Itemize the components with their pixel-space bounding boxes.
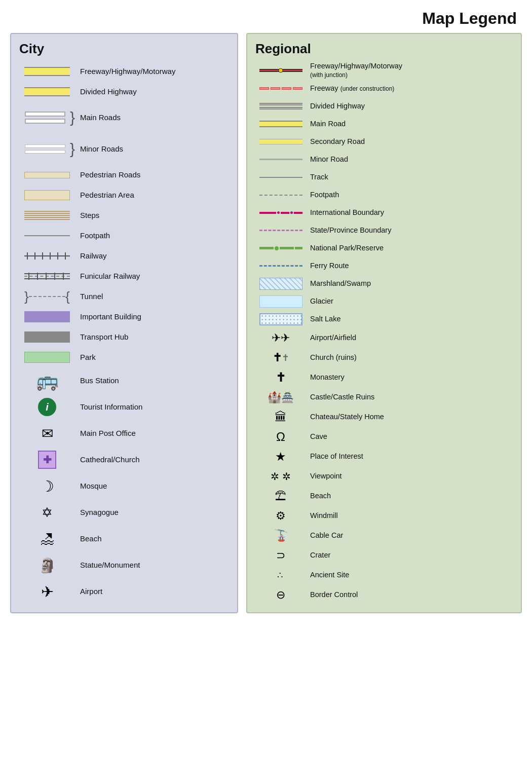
list-item: Secondary Road xyxy=(255,133,513,151)
legend-label: Steps xyxy=(75,211,99,220)
legend-label: Castle/Castle Ruins xyxy=(306,393,374,401)
legend-label: National Park/Reserve xyxy=(306,244,384,252)
legend-label: Secondary Road xyxy=(306,137,365,146)
legend-label: Railway xyxy=(75,251,107,261)
list-item: ⚙ Windmill xyxy=(255,506,513,526)
list-item: Ω Cave xyxy=(255,427,513,447)
cablecar-icon: 🚡 xyxy=(274,529,288,542)
list-item: International Boundary xyxy=(255,204,513,221)
list-item: Footpath xyxy=(255,187,513,204)
mosque-icon: ☽ xyxy=(41,477,54,495)
list-item: Freeway (under construction) xyxy=(255,80,513,97)
legend-label: Tunnel xyxy=(75,292,103,301)
legend-label: Viewpoint xyxy=(306,472,342,480)
list-item: Salt Lake xyxy=(255,311,513,328)
legend-label: Divided Highway xyxy=(75,87,137,96)
legend-label: Synagogue xyxy=(75,508,119,517)
legend-label: Funicular Railway xyxy=(75,272,140,281)
legend-label: Monastery xyxy=(306,373,345,382)
list-item: Main Road xyxy=(255,116,513,133)
mail-icon: ✉ xyxy=(42,425,53,442)
statue-icon: 🗿 xyxy=(39,557,56,574)
list-item: ✈ ✈ Airport/Airfield xyxy=(255,328,513,348)
list-item: Funicular Railway xyxy=(19,267,229,286)
castle-icon: 🏰 xyxy=(268,391,281,404)
ruins-icon: ✝ xyxy=(282,352,289,363)
monastery-icon: ✝ xyxy=(276,371,286,385)
legend-label: Freeway (under construction) xyxy=(306,84,394,93)
poi-icon: ★ xyxy=(275,450,286,464)
legend-label: Pedestrian Area xyxy=(75,191,134,200)
legend-label: Tourist Information xyxy=(75,402,142,412)
list-item: ✝ Monastery xyxy=(255,368,513,387)
list-item: Railway xyxy=(19,246,229,266)
legend-label: Important Building xyxy=(75,312,141,321)
legend-label: Border Control xyxy=(306,590,358,599)
list-item: ✚ Cathedral/Church xyxy=(19,447,229,472)
list-item: ✝ ✝ Church (ruins) xyxy=(255,348,513,367)
legend-label: Windmill xyxy=(306,511,338,520)
crater-icon: ⊃ xyxy=(276,549,285,562)
legend-label: Main Road xyxy=(306,120,346,128)
legend-label: Footpath xyxy=(306,191,339,199)
city-column: City Freeway/Highway/Motorway Divided Hi… xyxy=(10,33,238,613)
beach-icon: ⛱ xyxy=(275,490,286,503)
legend-label: Glacier xyxy=(306,297,333,306)
list-item: ★ Place of Interest xyxy=(255,447,513,466)
legend-label: Crater xyxy=(306,551,330,560)
list-item: Transport Hub xyxy=(19,327,229,347)
list-item: Ferry Route xyxy=(255,257,513,275)
regional-column: Regional Freeway/Highway/Motorway(with j… xyxy=(246,33,522,613)
list-item: Freeway/Highway/Motorway xyxy=(19,62,229,81)
list-item: ⊃ Crater xyxy=(255,546,513,565)
list-item: 🏖 Beach xyxy=(19,526,229,551)
viewpoint-icon2: ✲ xyxy=(282,470,291,483)
list-item: } } Tunnel xyxy=(19,287,229,306)
list-item: ∴ Ancient Site xyxy=(255,566,513,585)
list-item: Important Building xyxy=(19,307,229,326)
list-item: ☽ Mosque xyxy=(19,473,229,499)
list-item: National Park/Reserve xyxy=(255,240,513,257)
list-item: 🚌 Bus Station xyxy=(19,368,229,393)
legend-label: Cathedral/Church xyxy=(75,455,140,464)
list-item: Divided Highway xyxy=(19,82,229,101)
list-item: ✉ Main Post Office xyxy=(19,421,229,446)
bus-icon: 🚌 xyxy=(36,370,59,391)
airfield-icon: ✈ xyxy=(281,331,290,345)
list-item: } Main Roads xyxy=(19,102,229,133)
list-item: Pedestrian Area xyxy=(19,186,229,205)
list-item: i Tourist Information xyxy=(19,394,229,420)
legend-label: Church (ruins) xyxy=(306,353,357,362)
list-item: Glacier xyxy=(255,293,513,310)
legend-label: Mosque xyxy=(75,482,107,491)
legend-label: Statue/Monument xyxy=(75,561,140,570)
list-item: ✡ Synagogue xyxy=(19,500,229,525)
legend-label: Beach xyxy=(75,534,102,543)
list-item: ⛱ Beach xyxy=(255,487,513,506)
list-item: ⊖ Border Control xyxy=(255,585,513,605)
synagogue-icon: ✡ xyxy=(42,505,53,521)
list-item: Pedestrian Roads xyxy=(19,165,229,184)
legend-label: International Boundary xyxy=(306,208,384,217)
legend-label: Pedestrian Roads xyxy=(75,170,140,179)
airport-icon: ✈ xyxy=(272,331,281,345)
church-icon: ✚ xyxy=(38,451,56,469)
city-heading: City xyxy=(19,41,229,57)
list-item: Footpath xyxy=(19,226,229,245)
chateau-icon: 🏛 xyxy=(275,410,287,424)
legend-label: Main Post Office xyxy=(75,429,136,438)
list-item: } Minor Roads xyxy=(19,134,229,164)
list-item: Track xyxy=(255,169,513,186)
legend-label: Freeway/Highway/Motorway(with junction) xyxy=(306,62,402,80)
legend-label: Park xyxy=(75,353,96,362)
legend-label: Transport Hub xyxy=(75,332,128,342)
legend-label: Freeway/Highway/Motorway xyxy=(75,67,175,76)
legend-label: State/Province Boundary xyxy=(306,226,391,235)
ancient-icon: ∴ xyxy=(277,570,284,581)
list-item: 🗿 Statue/Monument xyxy=(19,552,229,578)
list-item: 🚡 Cable Car xyxy=(255,526,513,545)
legend-label: Airport xyxy=(75,587,102,596)
legend-label: Cable Car xyxy=(306,531,343,540)
legend-label: Marshland/Swamp xyxy=(306,279,371,288)
legend-label: Airport/Airfield xyxy=(306,334,356,342)
